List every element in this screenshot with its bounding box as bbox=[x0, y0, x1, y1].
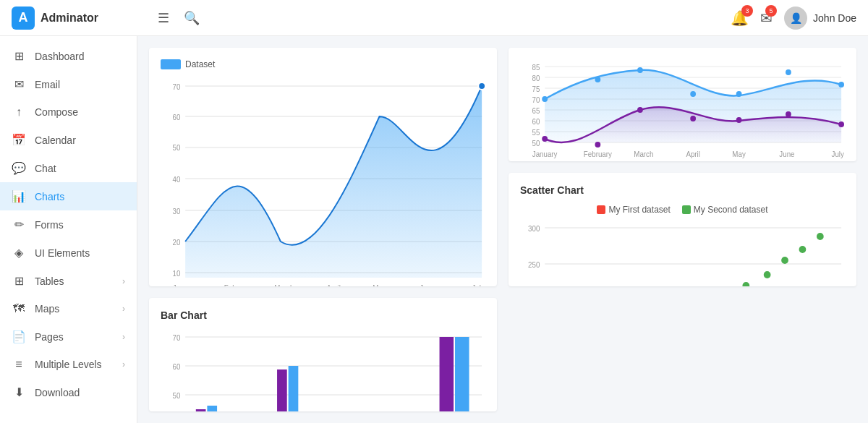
email-button[interactable]: ✉ 5 bbox=[760, 9, 773, 27]
legend-item-1: My First dataset bbox=[597, 205, 670, 215]
sidebar-label-pages: Pages bbox=[35, 331, 64, 343]
svg-text:50: 50 bbox=[172, 392, 180, 400]
sidebar-label-dashboard: Dashboard bbox=[35, 51, 85, 62]
svg-point-24 bbox=[542, 136, 548, 142]
svg-text:April: April bbox=[686, 150, 700, 158]
svg-text:July: July bbox=[832, 150, 844, 158]
sidebar-icon-tables: ⊞ bbox=[12, 274, 26, 288]
scatter-chart: 300 250 200 150 100 50 0 bbox=[520, 221, 845, 286]
sidebar-label-email: Email bbox=[35, 79, 60, 90]
sidebar-item-calendar[interactable]: 📅 Calendar bbox=[0, 126, 137, 154]
svg-text:50: 50 bbox=[532, 140, 540, 148]
svg-point-21 bbox=[736, 91, 742, 97]
avatar: 👤 bbox=[784, 7, 807, 30]
sidebar-label-tables: Tables bbox=[35, 275, 64, 287]
sidebar-item-email[interactable]: ✉ Email bbox=[0, 70, 137, 98]
top-navbar: A Adminator ☰ 🔍 🔔 3 ✉ 5 👤 John Doe bbox=[0, 0, 868, 36]
svg-point-30 bbox=[838, 121, 844, 127]
svg-point-59 bbox=[478, 82, 485, 90]
svg-rect-106 bbox=[277, 369, 287, 411]
svg-rect-107 bbox=[289, 366, 299, 411]
sidebar-icon-chat: 💬 bbox=[12, 161, 26, 175]
sidebar-item-charts[interactable]: 📊 Charts bbox=[0, 182, 137, 210]
sidebar-item-chat[interactable]: 💬 Chat bbox=[0, 154, 137, 182]
bar-chart-card: Bar Chart 70 60 50 bbox=[149, 298, 497, 411]
sidebar-item-download[interactable]: ⬇ Download bbox=[0, 378, 137, 406]
sidebar-icon-ui-elements: ◈ bbox=[12, 246, 26, 260]
svg-text:March: March bbox=[634, 150, 653, 158]
bar-chart: 70 60 50 bbox=[161, 330, 485, 411]
svg-text:55: 55 bbox=[532, 129, 540, 137]
svg-text:July: July bbox=[472, 284, 485, 286]
brand: A Adminator bbox=[12, 7, 149, 30]
sidebar-label-compose: Compose bbox=[35, 106, 78, 118]
svg-point-87 bbox=[764, 271, 771, 278]
svg-text:January: January bbox=[173, 284, 198, 286]
svg-point-28 bbox=[736, 117, 742, 123]
svg-point-19 bbox=[637, 67, 643, 73]
bar-chart-title: Bar Chart bbox=[161, 309, 485, 321]
svg-text:65: 65 bbox=[532, 107, 540, 115]
svg-point-18 bbox=[595, 77, 600, 82]
svg-text:March: March bbox=[274, 284, 294, 286]
sidebar-label-download: Download bbox=[35, 387, 80, 398]
search-button[interactable]: 🔍 bbox=[181, 7, 203, 29]
svg-text:70: 70 bbox=[532, 96, 540, 104]
sidebar-icon-charts: 📊 bbox=[12, 189, 26, 203]
svg-point-86 bbox=[742, 282, 749, 286]
legend-label-1: My First dataset bbox=[608, 205, 670, 215]
svg-text:80: 80 bbox=[532, 74, 540, 82]
brand-name: Adminator bbox=[41, 12, 98, 25]
svg-text:April: April bbox=[326, 284, 341, 286]
sidebar-item-multiple-levels[interactable]: ≡ Multiple Levels › bbox=[0, 351, 137, 378]
legend-label-2: My Second dataset bbox=[694, 205, 768, 215]
sidebar-icon-download: ⬇ bbox=[12, 385, 26, 399]
svg-text:June: June bbox=[779, 150, 795, 158]
sidebar-item-tables[interactable]: ⊞ Tables › bbox=[0, 267, 137, 295]
sidebar-label-maps: Maps bbox=[35, 303, 59, 315]
menu-toggle-button[interactable]: ☰ bbox=[155, 7, 172, 29]
svg-text:70: 70 bbox=[172, 83, 180, 91]
sidebar-item-ui-elements[interactable]: ◈ UI Elements bbox=[0, 239, 137, 267]
svg-text:60: 60 bbox=[172, 114, 180, 121]
sidebar-item-dashboard[interactable]: ⊞ Dashboard bbox=[0, 42, 137, 70]
svg-point-89 bbox=[799, 246, 807, 253]
sidebar-icon-email: ✉ bbox=[12, 77, 26, 91]
svg-text:May: May bbox=[732, 150, 745, 158]
svg-point-17 bbox=[542, 96, 548, 102]
email-badge: 5 bbox=[765, 5, 777, 17]
sidebar-icon-dashboard: ⊞ bbox=[12, 49, 26, 63]
user-name: John Doe bbox=[813, 12, 856, 24]
sidebar-label-charts: Charts bbox=[35, 191, 64, 202]
sidebar-item-forms[interactable]: ✏ Forms bbox=[0, 210, 137, 239]
sidebar-icon-calendar: 📅 bbox=[12, 133, 26, 147]
svg-point-29 bbox=[786, 111, 791, 117]
sidebar-item-compose[interactable]: ↑ Compose bbox=[0, 98, 137, 126]
svg-text:85: 85 bbox=[532, 64, 540, 72]
svg-rect-109 bbox=[455, 337, 469, 411]
arrow-icon: › bbox=[122, 332, 125, 342]
svg-point-22 bbox=[786, 69, 791, 75]
area-chart: 70 60 50 40 30 20 10 bbox=[161, 75, 485, 286]
notifications-button[interactable]: 🔔 3 bbox=[731, 9, 749, 27]
app-body: ⊞ Dashboard ✉ Email ↑ Compose 📅 Calendar… bbox=[0, 36, 868, 423]
arrow-icon: › bbox=[122, 276, 125, 286]
legend-item-2: My Second dataset bbox=[682, 205, 768, 215]
svg-text:300: 300 bbox=[528, 225, 540, 233]
svg-text:May: May bbox=[373, 284, 386, 286]
svg-point-23 bbox=[838, 82, 844, 87]
sidebar-icon-maps: 🗺 bbox=[12, 302, 26, 315]
svg-text:February: February bbox=[584, 150, 612, 158]
sidebar-item-pages[interactable]: 📄 Pages › bbox=[0, 322, 137, 351]
user-menu[interactable]: 👤 John Doe bbox=[784, 7, 856, 30]
sidebar-item-maps[interactable]: 🗺 Maps › bbox=[0, 295, 137, 322]
svg-text:60: 60 bbox=[172, 363, 180, 371]
svg-rect-108 bbox=[440, 337, 454, 411]
sidebar-icon-forms: ✏ bbox=[12, 218, 26, 231]
svg-rect-104 bbox=[196, 409, 206, 411]
sidebar-label-multiple-levels: Multiple Levels bbox=[35, 359, 102, 370]
sidebar: ⊞ Dashboard ✉ Email ↑ Compose 📅 Calendar… bbox=[0, 36, 137, 423]
sidebar-icon-multiple-levels: ≡ bbox=[12, 358, 26, 371]
svg-text:50: 50 bbox=[172, 144, 180, 152]
search-icon: 🔍 bbox=[184, 11, 200, 25]
